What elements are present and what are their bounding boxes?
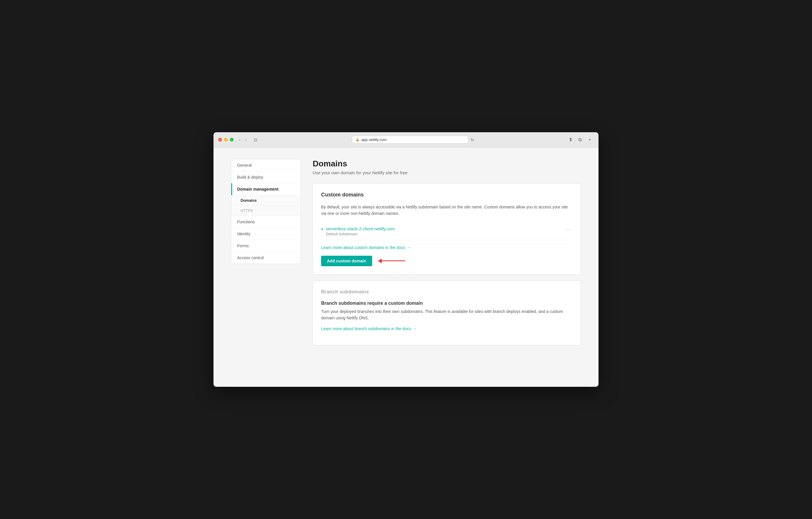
page-title: Domains bbox=[313, 159, 581, 168]
minimize-button[interactable] bbox=[224, 138, 228, 142]
custom-domains-title: Custom domains bbox=[321, 192, 573, 198]
arrow-line bbox=[382, 261, 405, 261]
close-button[interactable] bbox=[218, 138, 222, 142]
domain-bullet-icon: • bbox=[321, 226, 323, 233]
page-subtitle: Use your own domain for your Netlify sit… bbox=[313, 170, 581, 175]
share-button[interactable]: ⬆ bbox=[567, 136, 574, 143]
url-text: app.netlify.com bbox=[361, 137, 386, 142]
address-input[interactable]: 🔒 app.netlify.com bbox=[352, 136, 468, 144]
traffic-lights bbox=[218, 138, 234, 142]
toolbar-right: ⬆ ⧉ ＋ bbox=[567, 136, 594, 143]
back-button[interactable]: ‹ bbox=[237, 137, 242, 143]
branch-subdomains-description: Turn your deployed branches into their o… bbox=[321, 308, 573, 321]
sidebar-nav: General Build & deploy Domain management… bbox=[231, 159, 301, 264]
sidebar-item-access-control[interactable]: Access control bbox=[231, 252, 301, 264]
branch-subdomains-card: Branch subdomains Branch subdomains requ… bbox=[313, 280, 581, 345]
reading-list-button[interactable]: ⧉ bbox=[577, 137, 583, 143]
main-content: Domains Use your own domain for your Net… bbox=[313, 159, 581, 375]
lock-icon: 🔒 bbox=[355, 138, 359, 142]
custom-domains-card: Custom domains By default, your site is … bbox=[313, 183, 581, 275]
sidebar-item-domain-management[interactable]: Domain management bbox=[231, 183, 301, 195]
domain-link[interactable]: serverless-stack-2-client.netlify.com bbox=[326, 226, 395, 231]
custom-domains-docs-link[interactable]: Learn more about custom domains in the d… bbox=[321, 245, 411, 250]
branch-subdomains-title: Branch subdomains bbox=[321, 289, 573, 295]
domain-item-left: • serverless-stack-2-client.netlify.com … bbox=[321, 226, 395, 237]
browser-chrome: ‹ › ⊡ 🔒 app.netlify.com ↻ ⬆ ⧉ ＋ bbox=[213, 132, 599, 147]
sidebar-sub-item-https[interactable]: HTTPS bbox=[231, 206, 301, 216]
browser-content: General Build & deploy Domain management… bbox=[213, 147, 599, 387]
maximize-button[interactable] bbox=[230, 138, 234, 142]
sidebar-item-forms[interactable]: Forms bbox=[231, 240, 301, 252]
sidebar-item-identity[interactable]: Identity bbox=[231, 228, 301, 240]
reload-button[interactable]: ↻ bbox=[471, 136, 474, 144]
arrow-head-icon bbox=[378, 258, 382, 263]
nav-buttons: ‹ › bbox=[237, 137, 249, 143]
sidebar-item-general[interactable]: General bbox=[231, 159, 301, 171]
sidebar-toggle-button[interactable]: ⊡ bbox=[252, 137, 259, 143]
domain-info: serverless-stack-2-client.netlify.com De… bbox=[326, 226, 395, 237]
add-custom-domain-button[interactable]: Add custom domain bbox=[321, 256, 372, 266]
sidebar: General Build & deploy Domain management… bbox=[231, 159, 301, 375]
domain-item: • serverless-stack-2-client.netlify.com … bbox=[321, 223, 573, 240]
address-bar: 🔒 app.netlify.com ↻ bbox=[262, 136, 563, 144]
branch-subdomains-docs-link[interactable]: Learn more about branch subdomains in th… bbox=[321, 326, 417, 331]
sidebar-sub-item-domains[interactable]: Domains bbox=[231, 195, 301, 206]
forward-button[interactable]: › bbox=[243, 137, 248, 143]
red-arrow-indicator bbox=[378, 258, 405, 263]
custom-domains-description: By default, your site is always accessib… bbox=[321, 204, 573, 217]
add-domain-row: Add custom domain bbox=[321, 256, 573, 266]
sidebar-item-build-deploy[interactable]: Build & deploy bbox=[231, 171, 301, 183]
sidebar-item-functions[interactable]: Functions bbox=[231, 216, 301, 228]
domain-default-label: Default subdomain bbox=[326, 232, 357, 236]
branch-subdomains-section-title: Branch subdomains require a custom domai… bbox=[321, 301, 573, 306]
new-tab-button[interactable]: ＋ bbox=[586, 136, 594, 143]
domain-menu-button[interactable]: ··· bbox=[564, 226, 573, 233]
